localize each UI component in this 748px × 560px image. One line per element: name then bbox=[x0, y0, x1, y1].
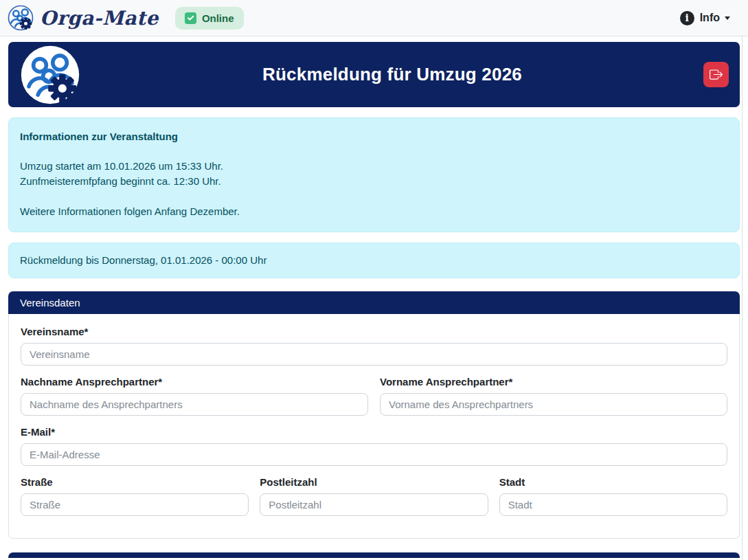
page-title: Rückmeldung für Umzug 2026 bbox=[81, 64, 703, 85]
field-strasse: Straße bbox=[21, 476, 249, 516]
field-email: E-Mail* bbox=[21, 426, 727, 466]
vereinsname-label: Vereinsname* bbox=[21, 326, 727, 337]
app-logo-icon bbox=[7, 4, 34, 32]
caret-down-icon bbox=[725, 16, 730, 20]
postleitzahl-input[interactable] bbox=[260, 493, 488, 516]
field-nachname: Nachname Ansprechpartner* bbox=[21, 376, 368, 416]
brand-name: Orga-Mate bbox=[40, 7, 159, 30]
page-banner: Rückmeldung für Umzug 2026 bbox=[8, 42, 740, 107]
email-label: E-Mail* bbox=[21, 426, 727, 438]
check-square-icon bbox=[185, 12, 196, 24]
stadt-input[interactable] bbox=[499, 493, 727, 516]
online-status-label: Online bbox=[202, 12, 234, 24]
event-info-line: Umzug startet am 10.01.2026 um 15:33 Uhr… bbox=[20, 159, 728, 174]
banner-logo-icon bbox=[19, 44, 81, 106]
vorname-input[interactable] bbox=[380, 393, 727, 416]
scrollbar-track[interactable] bbox=[742, 36, 743, 560]
deadline-alert: Rückmeldung bis Donnerstag, 01.01.2026 -… bbox=[8, 243, 740, 278]
strasse-input[interactable] bbox=[21, 493, 249, 516]
club-data-card: Vereinsdaten Vereinsname* Nachname Anspr… bbox=[8, 291, 740, 539]
online-status-badge: Online bbox=[175, 7, 244, 30]
topbar: Orga-Mate Online i Info bbox=[0, 0, 748, 36]
field-postleitzahl: Postleitzahl bbox=[260, 476, 488, 516]
postleitzahl-label: Postleitzahl bbox=[260, 476, 488, 488]
next-card-header bbox=[8, 552, 740, 558]
event-info-heading: Informationen zur Veranstaltung bbox=[20, 131, 728, 142]
field-stadt: Stadt bbox=[499, 476, 727, 525]
stadt-label: Stadt bbox=[499, 476, 727, 488]
event-info-line: Weitere Informationen folgen Anfang Deze… bbox=[20, 204, 728, 219]
strasse-label: Straße bbox=[21, 476, 249, 488]
club-card-body: Vereinsname* Nachname Ansprechpartner* V… bbox=[8, 314, 740, 539]
nachname-label: Nachname Ansprechpartner* bbox=[21, 376, 368, 388]
box-arrow-right-icon bbox=[710, 68, 723, 81]
email-input[interactable] bbox=[21, 443, 727, 466]
info-dropdown-label: Info bbox=[700, 12, 720, 24]
deadline-text: Rückmeldung bis Donnerstag, 01.01.2026 -… bbox=[20, 254, 267, 266]
info-circle-icon: i bbox=[680, 11, 694, 25]
nachname-input[interactable] bbox=[21, 393, 368, 416]
logout-button[interactable] bbox=[703, 62, 729, 87]
vorname-label: Vorname Ansprechpartner* bbox=[380, 376, 727, 388]
vereinsname-input[interactable] bbox=[21, 343, 727, 366]
club-card-header: Vereinsdaten bbox=[8, 291, 740, 314]
info-dropdown[interactable]: i Info bbox=[680, 11, 730, 25]
field-vereinsname: Vereinsname* bbox=[21, 326, 727, 366]
event-info-alert: Informationen zur Veranstaltung Umzug st… bbox=[8, 117, 740, 232]
field-vorname: Vorname Ansprechpartner* bbox=[380, 376, 727, 425]
event-info-line: Zunfmeisteremfpfang beginnt ca. 12:30 Uh… bbox=[20, 174, 728, 189]
main-content: Rückmeldung für Umzug 2026 Informationen… bbox=[8, 42, 740, 558]
